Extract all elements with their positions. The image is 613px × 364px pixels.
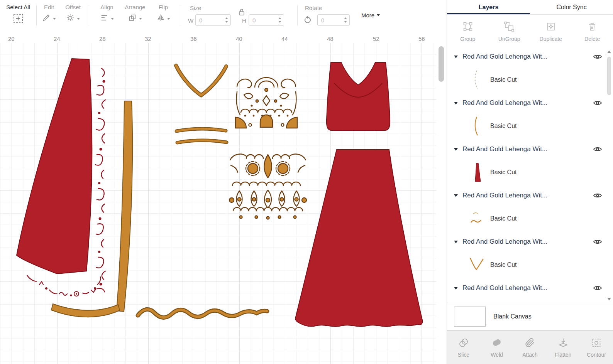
align-label: Align <box>100 4 113 10</box>
gold-wave-trim[interactable] <box>138 309 267 317</box>
duplicate-button[interactable]: Duplicate <box>530 15 572 48</box>
ruler-tick: 40 <box>236 35 242 42</box>
layers-list: Red And Gold Lehenga Wit... Basic Cut Re… <box>447 48 613 303</box>
design-app: Select All Edit Offset <box>0 0 613 364</box>
visibility-eye-icon[interactable] <box>593 100 602 106</box>
chevron-down-icon[interactable] <box>454 241 458 243</box>
gold-neckline[interactable] <box>176 66 226 95</box>
chevron-down-icon[interactable] <box>454 102 458 104</box>
layer-item[interactable]: Basic Cut <box>447 250 613 280</box>
visibility-eye-icon[interactable] <box>593 285 602 291</box>
scroll-up-arrow-icon[interactable] <box>607 51 611 53</box>
edit-dropdown[interactable]: Edit <box>39 4 59 24</box>
attach-button[interactable]: Attach <box>513 337 547 358</box>
layer-header[interactable]: Red And Gold Lehenga Wit... <box>447 187 613 204</box>
chevron-down-icon <box>111 18 114 20</box>
layer-thumbnail <box>468 161 485 184</box>
layers-panel: Layers Color Sync Group UnGroup Duplicat… <box>447 0 613 364</box>
weld-button[interactable]: Weld <box>480 337 513 358</box>
hem-motifs[interactable] <box>27 275 100 297</box>
design-canvas[interactable] <box>0 43 447 364</box>
tab-layers[interactable]: Layers <box>447 0 530 14</box>
slice-label: Slice <box>458 352 469 358</box>
flatten-button[interactable]: Flatten <box>547 337 580 358</box>
layer-item[interactable]: Basic Cut <box>447 297 613 303</box>
rotate-input[interactable]: 0 <box>317 14 350 26</box>
ungroup-label: UnGroup <box>498 36 520 42</box>
contour-button[interactable]: Contour <box>580 337 613 358</box>
group-icon <box>462 21 473 33</box>
chevron-down-icon[interactable] <box>454 194 458 197</box>
flip-dropdown[interactable]: Flip <box>153 4 174 24</box>
flatten-icon <box>558 337 569 349</box>
layer-item[interactable]: Basic Cut <box>447 65 613 94</box>
height-stepper[interactable] <box>278 17 281 23</box>
layer-header[interactable]: Red And Gold Lehenga Wit... <box>447 141 613 158</box>
flatten-label: Flatten <box>555 352 572 358</box>
skirt-ornament[interactable] <box>229 154 306 219</box>
paperclip-icon <box>525 337 535 349</box>
delete-button[interactable]: Delete <box>572 15 613 48</box>
tab-color-sync[interactable]: Color Sync <box>530 0 613 14</box>
layer-item[interactable]: Basic Cut <box>447 158 613 187</box>
chevron-down-icon <box>53 18 56 20</box>
chevron-down-icon[interactable] <box>454 56 458 58</box>
rotate-value: 0 <box>321 17 344 24</box>
align-dropdown[interactable]: Align <box>95 4 119 24</box>
flip-icon <box>156 13 165 24</box>
arrange-dropdown[interactable]: Arrange <box>122 4 148 24</box>
height-label: H <box>242 17 246 24</box>
select-all-button[interactable]: Select All <box>3 4 33 24</box>
layers-scrollbar-thumb[interactable] <box>607 57 611 95</box>
visibility-eye-icon[interactable] <box>593 192 602 199</box>
layer-header[interactable]: Red And Gold Lehenga Wit... <box>447 94 613 111</box>
group-button[interactable]: Group <box>447 15 489 48</box>
slice-button[interactable]: Slice <box>447 337 480 358</box>
lock-icon[interactable] <box>239 8 245 17</box>
chevron-down-icon[interactable] <box>454 287 458 290</box>
select-all-label: Select All <box>6 4 30 10</box>
gold-hem-band[interactable] <box>51 304 120 317</box>
scroll-down-arrow-icon[interactable] <box>607 298 611 300</box>
crop-top[interactable] <box>327 62 390 130</box>
width-stepper[interactable] <box>225 17 228 23</box>
layer-group: Red And Gold Lehenga Wit... Basic Cut <box>447 48 613 94</box>
offset-dropdown[interactable]: Offset <box>61 4 85 24</box>
layer-header[interactable]: Red And Gold Lehenga Wit... <box>447 280 613 297</box>
choli-ornament[interactable] <box>235 78 297 128</box>
tab-layers-label: Layers <box>479 4 499 11</box>
offset-icon <box>66 13 75 24</box>
rotate-stepper[interactable] <box>344 17 347 23</box>
visibility-eye-icon[interactable] <box>593 239 602 245</box>
size-label: Size <box>190 5 201 11</box>
layer-item[interactable]: Basic Cut <box>447 204 613 233</box>
gold-waistband[interactable] <box>176 129 227 143</box>
chevron-down-icon <box>139 18 142 20</box>
height-input[interactable]: 0 <box>249 14 284 26</box>
layer-header[interactable]: Red And Gold Lehenga Wit... <box>447 48 613 65</box>
layer-group: Red And Gold Lehenga Wit... Basic Cut <box>447 187 613 233</box>
layer-item[interactable]: Basic Cut <box>447 111 613 141</box>
lace-border-strip[interactable] <box>95 68 105 292</box>
weld-label: Weld <box>491 352 503 358</box>
layer-thumbnail <box>468 254 485 276</box>
canvas-scrollbar-thumb[interactable] <box>439 46 444 82</box>
trash-icon <box>587 21 598 33</box>
width-input[interactable]: 0 <box>195 14 231 26</box>
layers-scrollbar[interactable] <box>606 48 612 303</box>
layer-header[interactable]: Red And Gold Lehenga Wit... <box>447 233 613 250</box>
dupatta-shape[interactable] <box>17 59 92 274</box>
more-dropdown[interactable]: More <box>361 12 380 19</box>
blank-canvas-row[interactable]: Blank Canvas <box>447 303 613 330</box>
ungroup-button[interactable]: UnGroup <box>489 15 530 48</box>
ruler-tick: 56 <box>418 35 425 42</box>
layer-group: Red And Gold Lehenga Wit... Basic Cut <box>447 233 613 280</box>
lehenga-skirt[interactable] <box>295 150 422 327</box>
visibility-eye-icon[interactable] <box>593 54 602 60</box>
visibility-eye-icon[interactable] <box>593 146 602 152</box>
gold-band[interactable] <box>117 101 132 312</box>
ruler-tick: 48 <box>327 35 334 42</box>
canvas-scrollbar[interactable] <box>436 43 447 364</box>
width-value: 0 <box>199 17 225 24</box>
chevron-down-icon[interactable] <box>454 148 458 151</box>
